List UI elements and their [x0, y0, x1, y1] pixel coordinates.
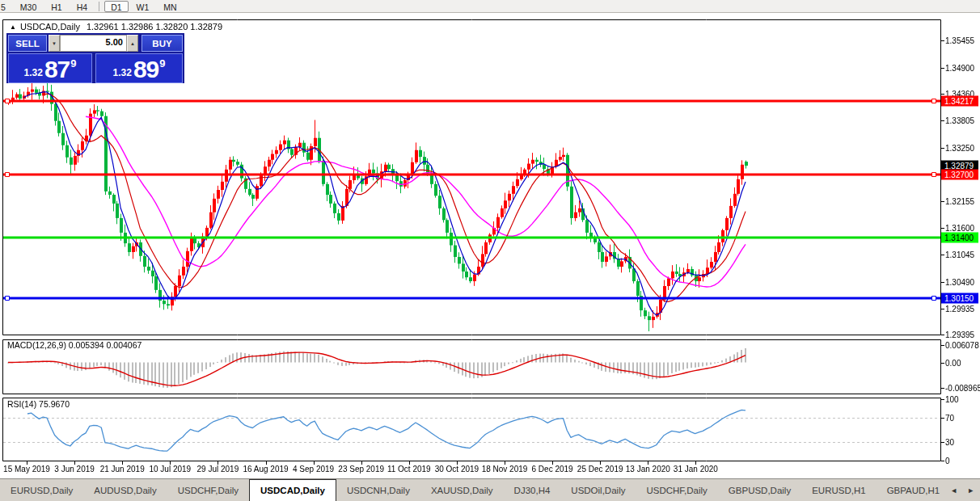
tab-usdoil-daily[interactable]: USDOil,Daily — [560, 479, 636, 501]
one-click-trade-panel: SELL ▼ 5.00 ▲ BUY 1.32 87 9 1.32 89 9 — [6, 33, 184, 83]
buy-price-display[interactable]: 1.32 89 9 — [95, 53, 183, 83]
volume-input[interactable]: 5.00 — [60, 35, 127, 52]
price-axis-label: 1.29935 — [945, 304, 974, 313]
macd-indicator-label: MACD(12,26,9) 0.005394 0.004067 — [7, 340, 142, 350]
price-axis-label: 1.31600 — [945, 223, 974, 232]
date-label: 4 Sep 2019 — [293, 465, 334, 474]
date-label: 25 Dec 2019 — [577, 465, 623, 474]
price-badge-1.30150: 1.30150 — [941, 293, 978, 304]
tab-usdchf-daily[interactable]: USDCHF,Daily — [636, 479, 717, 501]
tab-gbpusd-daily[interactable]: GBPUSD,Daily — [718, 479, 801, 501]
tab-dj30-h4[interactable]: DJ30,H4 — [504, 479, 561, 501]
date-label: 18 Nov 2019 — [482, 465, 528, 474]
rsi-indicator-label: RSI(14) 75.9670 — [7, 399, 70, 409]
date-label: 30 Oct 2019 — [435, 465, 479, 474]
date-label: 29 Jul 2019 — [197, 465, 239, 474]
scroll-left-button[interactable]: ◄ — [950, 486, 957, 495]
date-label: 31 Jan 2020 — [674, 465, 718, 474]
macd-axis-label: -0.008965 — [945, 384, 980, 393]
buy-price-big: 89 — [133, 58, 158, 81]
tab-xauusd-daily[interactable]: XAUUSD,Daily — [420, 479, 504, 501]
chart-title: ▲USDCAD,Daily1.32961 1.32986 1.32820 1.3… — [10, 22, 222, 32]
price-axis-label: 1.35455 — [945, 36, 974, 45]
rsi-axis-label: 100 — [945, 395, 959, 404]
date-label: 21 Jun 2019 — [100, 465, 145, 474]
price-axis-label: 1.33805 — [945, 116, 974, 125]
tab-scroll-controls: ◄► — [950, 479, 980, 501]
date-label: 3 Jun 2019 — [54, 465, 95, 474]
rsi-axis-label: 70 — [945, 413, 954, 422]
date-label: 6 Dec 2019 — [532, 465, 573, 474]
price-badge-1.32700: 1.32700 — [941, 169, 978, 179]
price-axis-label: 1.30490 — [945, 277, 974, 286]
date-label: 11 Oct 2019 — [387, 465, 431, 474]
sell-button[interactable]: SELL — [8, 35, 47, 52]
date-label: 16 Aug 2019 — [243, 465, 288, 474]
volume-stepper: ▼ 5.00 ▲ — [49, 35, 138, 52]
tab-gbpaud-h1[interactable]: GBPAUD,H1 — [877, 479, 951, 501]
sell-price-display[interactable]: 1.32 87 9 — [8, 53, 92, 83]
rsi-axis-label: 30 — [945, 438, 954, 447]
date-label: 15 May 2019 — [3, 465, 50, 474]
tab-usdcad-daily[interactable]: USDCAD,Daily — [249, 479, 336, 501]
chevron-up-icon: ▲ — [130, 41, 135, 46]
terminal-window: 5M30H1H4D1W1MN ▲USDCAD,Daily1.32961 1.32… — [0, 0, 980, 501]
date-label: 10 Jul 2019 — [149, 465, 191, 474]
price-axis-label: 1.29395 — [945, 330, 974, 339]
macd-axis-label: 0.00 — [945, 358, 961, 367]
date-label: 13 Jan 2020 — [626, 465, 670, 474]
price-axis-label: 1.32155 — [945, 196, 974, 205]
price-badge-1.31400: 1.31400 — [941, 232, 978, 242]
price-axis-label: 1.34900 — [945, 63, 974, 72]
date-label: 23 Sep 2019 — [338, 465, 384, 474]
tab-eurusd-h1[interactable]: EURUSD,H1 — [801, 479, 876, 501]
sell-price-sup: 9 — [70, 57, 76, 69]
macd-axis-label: 0.006078 — [945, 340, 979, 349]
buy-price-sup: 9 — [159, 57, 165, 69]
buy-button[interactable]: BUY — [142, 35, 183, 52]
price-axis-label: 1.31045 — [945, 250, 974, 259]
price-axis-label: 1.33250 — [945, 143, 974, 152]
volume-increase-button[interactable]: ▲ — [127, 35, 138, 52]
chevron-down-icon: ▼ — [52, 41, 57, 46]
chart-ohlc-values: 1.32961 1.32986 1.32820 1.32879 — [87, 22, 222, 32]
volume-decrease-button[interactable]: ▼ — [49, 35, 60, 52]
buy-price-small: 1.32 — [113, 67, 132, 78]
tab-eurusd-daily[interactable]: EURUSD,Daily — [0, 479, 83, 501]
tab-usdchf-daily[interactable]: USDCHF,Daily — [167, 479, 249, 501]
sell-price-small: 1.32 — [24, 67, 43, 78]
tab-usdcnh-daily[interactable]: USDCNH,Daily — [336, 479, 420, 501]
rsi-axis-label: 0 — [945, 457, 950, 465]
price-badge-1.34217: 1.34217 — [941, 95, 978, 106]
tab-audusd-daily[interactable]: AUDUSD,Daily — [83, 479, 167, 501]
symbol-triangle-icon: ▲ — [10, 23, 16, 31]
sell-price-big: 87 — [44, 58, 70, 81]
chart-symbol-label: USDCAD,Daily — [20, 22, 80, 32]
scroll-right-button[interactable]: ► — [967, 486, 974, 495]
symbol-tab-bar: EURUSD,DailyAUDUSD,DailyUSDCHF,DailyUSDC… — [0, 478, 980, 501]
